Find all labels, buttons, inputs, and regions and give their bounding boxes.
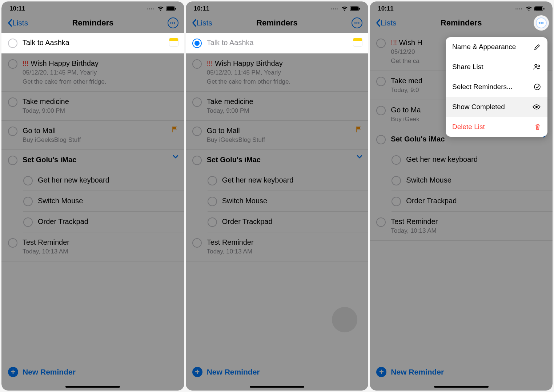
home-indicator[interactable] bbox=[434, 386, 489, 388]
chevron-left-icon bbox=[7, 19, 12, 27]
back-label: Lists bbox=[12, 19, 28, 27]
reminder-subitem[interactable]: Order Trackpad bbox=[23, 212, 184, 232]
reminder-subitem[interactable]: Get her new keyboard bbox=[23, 170, 184, 191]
reminder-group[interactable]: Set Golu's iMac bbox=[186, 150, 369, 170]
status-icons bbox=[147, 6, 176, 11]
priority-indicator: !!! bbox=[207, 59, 213, 67]
new-reminder-button[interactable]: + New Reminder bbox=[370, 360, 553, 384]
complete-circle[interactable] bbox=[192, 238, 202, 248]
complete-circle[interactable] bbox=[8, 127, 17, 136]
cellular-dots-icon bbox=[147, 8, 154, 9]
complete-circle-checked[interactable] bbox=[192, 39, 202, 48]
complete-circle[interactable] bbox=[376, 135, 386, 144]
complete-circle[interactable] bbox=[392, 155, 401, 165]
checkmark-circle-icon bbox=[534, 83, 541, 91]
reminder-subitem[interactable]: Get her new keyboard bbox=[392, 149, 553, 170]
menu-select-reminders[interactable]: Select Reminders... bbox=[446, 77, 547, 97]
new-reminder-label: New Reminder bbox=[23, 368, 76, 376]
complete-circle[interactable] bbox=[23, 176, 33, 185]
menu-share-list[interactable]: Share List bbox=[446, 57, 547, 77]
complete-circle[interactable] bbox=[8, 59, 17, 69]
complete-circle[interactable] bbox=[192, 156, 202, 165]
home-indicator[interactable] bbox=[65, 386, 120, 388]
reminders-list: Talk to Aashka !!! Wish Happy Birthday 0… bbox=[1, 33, 184, 360]
complete-circle[interactable] bbox=[8, 39, 17, 48]
complete-circle[interactable] bbox=[376, 106, 386, 115]
reminder-subitem[interactable]: Order Trackpad bbox=[208, 212, 369, 232]
reminder-title: Test Reminder bbox=[207, 237, 363, 247]
complete-circle[interactable] bbox=[208, 176, 217, 185]
status-bar: 10:11 bbox=[186, 1, 369, 15]
reminder-subtitle: 05/12/20, 11:45 PM, Yearly bbox=[207, 69, 363, 77]
reminder-title: Take medicine bbox=[207, 97, 363, 106]
reminder-title: Switch Mouse bbox=[406, 175, 451, 185]
chevron-down-icon[interactable] bbox=[357, 155, 362, 159]
battery-icon bbox=[166, 6, 176, 11]
reminder-title: Test Reminder bbox=[23, 237, 178, 247]
flag-icon bbox=[355, 126, 362, 133]
reminder-title: Go to Mall bbox=[207, 126, 350, 135]
reminder-title: Talk to Aashka bbox=[23, 38, 164, 47]
chevron-down-icon[interactable] bbox=[173, 155, 178, 159]
menu-name-appearance[interactable]: Name & Appearance bbox=[446, 37, 547, 57]
reminder-item[interactable]: Test Reminder Today, 10:13 AM bbox=[186, 232, 369, 261]
reminder-item[interactable]: !!! Wish Happy Birthday 05/12/20, 11:45 … bbox=[1, 53, 184, 92]
menu-show-completed[interactable]: Show Completed bbox=[446, 97, 547, 117]
pencil-icon bbox=[534, 43, 541, 51]
reminder-item[interactable]: !!! Wish Happy Birthday 05/12/20, 11:45 … bbox=[186, 53, 369, 92]
reminder-group[interactable]: Set Golu's iMac bbox=[1, 150, 184, 170]
home-indicator[interactable] bbox=[250, 386, 304, 388]
screen-1: 10:11 Lists Reminders ••• Talk to Aashka… bbox=[1, 1, 184, 391]
back-button[interactable]: Lists bbox=[376, 19, 396, 27]
complete-circle[interactable] bbox=[192, 97, 202, 107]
trash-icon bbox=[534, 123, 541, 131]
reminder-title: Order Trackpad bbox=[406, 196, 457, 205]
reminder-subitem[interactable]: Switch Mouse bbox=[208, 191, 369, 212]
reminder-item[interactable]: Test Reminder Today, 10:13 AM bbox=[1, 232, 184, 261]
reminder-subitem[interactable]: Switch Mouse bbox=[392, 170, 553, 191]
back-button[interactable]: Lists bbox=[192, 19, 212, 27]
complete-circle[interactable] bbox=[392, 176, 401, 185]
complete-circle[interactable] bbox=[23, 197, 33, 206]
reminder-title: Order Trackpad bbox=[38, 217, 88, 226]
more-button[interactable]: ••• bbox=[352, 17, 362, 28]
reminder-subitem[interactable]: Get her new keyboard bbox=[208, 170, 369, 191]
reminder-item[interactable]: Talk to Aashka bbox=[186, 33, 369, 53]
complete-circle[interactable] bbox=[208, 217, 217, 227]
reminder-item[interactable]: Go to Mall Buy iGeeksBlog Stuff bbox=[1, 121, 184, 150]
reminder-subitem[interactable]: Switch Mouse bbox=[23, 191, 184, 212]
notes-icon bbox=[169, 38, 178, 47]
new-reminder-label: New Reminder bbox=[207, 368, 260, 376]
complete-circle[interactable] bbox=[208, 197, 217, 206]
complete-circle[interactable] bbox=[392, 197, 401, 206]
reminder-title: Go to Mall bbox=[23, 126, 166, 135]
complete-circle[interactable] bbox=[8, 97, 17, 107]
reminder-item[interactable]: Talk to Aashka bbox=[1, 33, 184, 53]
new-reminder-button[interactable]: + New Reminder bbox=[1, 360, 184, 384]
new-reminder-button[interactable]: + New Reminder bbox=[186, 360, 369, 384]
complete-circle[interactable] bbox=[192, 59, 202, 69]
complete-circle[interactable] bbox=[192, 127, 202, 136]
complete-circle[interactable] bbox=[376, 39, 386, 48]
more-button[interactable]: ••• bbox=[536, 17, 547, 28]
page-title: Reminders bbox=[441, 18, 482, 28]
reminder-item[interactable]: Go to Mall Buy iGeeksBlog Stuff bbox=[186, 121, 369, 150]
reminder-item[interactable]: Take medicine Today, 9:00 PM bbox=[1, 92, 184, 121]
new-reminder-label: New Reminder bbox=[391, 368, 444, 376]
complete-circle[interactable] bbox=[376, 77, 386, 86]
complete-circle[interactable] bbox=[376, 217, 386, 227]
more-button[interactable]: ••• bbox=[168, 17, 178, 28]
reminder-item[interactable]: Take medicine Today, 9:00 PM bbox=[186, 92, 369, 121]
eye-icon bbox=[532, 104, 541, 110]
reminder-subitem[interactable]: Order Trackpad bbox=[392, 191, 553, 212]
battery-icon bbox=[534, 6, 545, 11]
complete-circle[interactable] bbox=[8, 156, 17, 165]
share-people-icon bbox=[533, 63, 541, 71]
reminder-title: !!! Wish Happy Birthday bbox=[23, 59, 178, 68]
back-button[interactable]: Lists bbox=[7, 19, 28, 27]
menu-delete-list[interactable]: Delete List bbox=[446, 117, 547, 137]
complete-circle[interactable] bbox=[23, 217, 33, 227]
complete-circle[interactable] bbox=[8, 238, 17, 248]
reminder-item[interactable]: Test Reminder Today, 10:13 AM bbox=[370, 212, 553, 241]
battery-icon bbox=[350, 6, 360, 11]
